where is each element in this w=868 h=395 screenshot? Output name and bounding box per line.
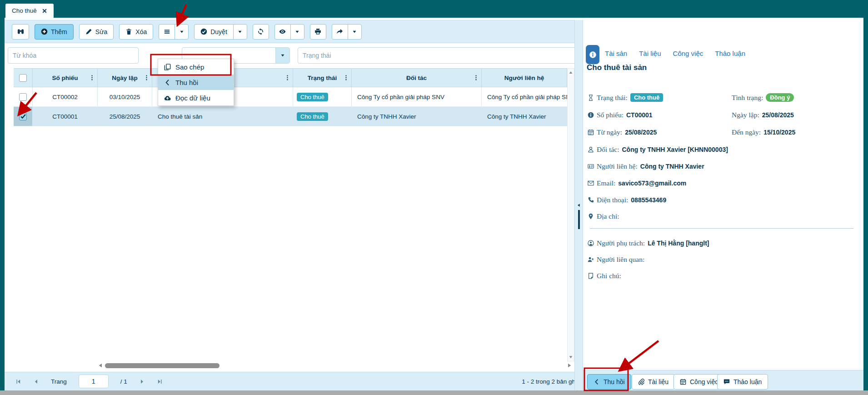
status-filter-input[interactable] [298,47,577,64]
tab-tai-san[interactable]: Tài sản [605,50,627,57]
approve-button[interactable]: Duyệt [194,24,234,40]
check-circle-icon [200,28,207,35]
edit-button-label: Sửa [95,28,108,35]
column-menu-icon[interactable] [473,75,479,81]
delete-button[interactable]: Xóa [119,24,153,40]
combobox-dropdown-button[interactable] [275,48,289,63]
page-total: / 1 [120,378,127,385]
field-tinh-trang: Tình trạng: Đồng ý [732,93,794,102]
vertical-scrollbar[interactable] [567,68,574,361]
scroll-down-icon[interactable] [569,355,573,359]
panel-splitter[interactable] [574,20,583,390]
pencil-icon [85,28,92,35]
view-caret-button[interactable] [290,24,304,40]
cell-so-phieu: CT00002 [33,87,98,107]
cloud-upload-icon [164,95,171,101]
actions-dropdown-menu: Sao chép Thu hồi Đọc dữ liệu [158,59,234,106]
view-button[interactable] [274,24,291,40]
keyword-input[interactable] [8,47,139,64]
detail-footer: Thu hồi Tài liệu Công việc Thảo luận [583,370,863,390]
tab-cho-thue[interactable]: Cho thuê [5,4,54,18]
info-tab-button[interactable] [586,45,599,64]
column-menu-icon[interactable] [144,75,150,81]
documents-button[interactable]: Tài liệu [632,374,675,390]
horizontal-scrollbar-thumb[interactable] [105,363,219,368]
cell-nguoi-lien-he: Công Ty cổ phần giải pháp SNV [482,87,567,107]
menu-item-revoke[interactable]: Thu hồi [158,75,234,90]
toolbar: Thêm Sửa Xóa Duyệt [5,20,583,43]
close-icon[interactable] [42,8,47,14]
field-nguoi-lien-quan: Người liên quan: [588,255,647,264]
caret-down-icon [238,30,242,34]
search-button[interactable] [12,24,29,40]
more-actions-caret-button[interactable] [175,24,189,40]
column-menu-icon[interactable] [343,75,349,81]
splitter-handle[interactable] [578,210,580,229]
note-icon [588,273,594,279]
column-menu-icon[interactable] [284,75,290,81]
header-so-phieu[interactable]: Số phiếu [33,68,98,87]
record-count-summary: 1 - 2 trong 2 bản ghi [522,378,577,385]
page-number-input[interactable] [79,375,109,388]
field-den-ngay: Đến ngày: 15/10/2025 [732,128,795,136]
pagination-bar: Trang / 1 1 - 2 trong 2 bản ghi [5,372,583,390]
approve-group: Duyệt [194,24,247,40]
add-button[interactable]: Thêm [35,24,74,40]
tab-cong-viec[interactable]: Công việc [673,50,703,57]
detail-panel: Tài sản Tài liệu Công việc Thảo luận Cho… [583,18,863,390]
previous-page-button[interactable] [33,379,39,385]
page-label: Trang [51,378,67,385]
cell-doi-tac: Công ty TNHH Xavier [352,107,482,126]
column-menu-icon[interactable] [89,75,95,81]
share-caret-button[interactable] [348,24,362,40]
field-so-phieu: Số phiếu: CT00001 [588,111,653,119]
select-all-cell[interactable] [14,68,33,87]
approve-caret-button[interactable] [233,24,247,40]
revoke-button[interactable]: Thu hồi [587,374,631,390]
more-actions-button[interactable] [159,24,175,40]
print-button[interactable] [310,24,326,40]
copy-icon [164,64,171,70]
refresh-button[interactable] [253,24,269,40]
menu-item-copy[interactable]: Sao chép [158,59,234,75]
add-button-label: Thêm [51,28,67,35]
scroll-up-icon[interactable] [569,70,573,75]
last-page-button[interactable] [157,379,163,385]
share-button[interactable] [332,24,348,40]
table-row-selected[interactable]: CT00001 25/08/2025 Cho thuê tài sản Cho … [14,107,567,126]
first-page-button[interactable] [15,379,21,385]
calendar-icon [680,379,686,385]
discussion-button[interactable]: Thảo luận [717,374,768,390]
view-group [274,24,304,40]
row-checkbox[interactable] [19,93,27,101]
eye-icon [279,28,286,35]
field-nguoi-phu-trach: Người phụ trách: Lê Thị Hằng [hanglt] [588,239,709,247]
scroll-right-icon[interactable] [567,363,572,368]
caret-down-icon [295,30,299,34]
window-frame-bottom [0,390,868,395]
next-page-button[interactable] [139,379,145,385]
menu-item-read-data[interactable]: Đọc dữ liệu [158,90,234,105]
field-dia-chi: Địa chỉ: [588,212,622,220]
trash-icon [125,28,132,35]
header-doi-tac[interactable]: Đối tác [352,68,482,87]
edit-button[interactable]: Sửa [79,24,114,40]
person-icon [588,146,594,153]
share-icon [336,28,343,35]
field-trang-thai: Trạng thái: Cho thuê [588,93,663,102]
main-content: Thêm Sửa Xóa Duyệt [5,18,863,390]
tab-tai-lieu[interactable]: Tài liệu [639,50,661,57]
header-trang-thai[interactable]: Trạng thái [293,68,352,87]
scroll-left-icon[interactable] [98,363,103,368]
header-ngay-lap[interactable]: Ngày lập [98,68,152,87]
cell-ngay-lap: 03/10/2025 [98,87,152,107]
table-row[interactable]: CT00002 03/10/2025 Cho thuê tài sản Cho … [14,87,567,107]
field-tu-ngay: Từ ngày: 25/08/2025 [588,128,657,136]
tab-thao-luan[interactable]: Thảo luận [715,50,745,57]
field-doi-tac: Đối tác: Công ty TNHH Xavier [KHNN00003] [588,145,728,154]
header-nguoi-lien-he[interactable]: Người liên hệ [482,68,567,87]
row-checkbox-checked[interactable] [19,113,27,120]
select-all-checkbox[interactable] [19,74,27,82]
person-plus-icon [588,256,594,263]
collapse-panel-icon[interactable] [577,203,581,207]
